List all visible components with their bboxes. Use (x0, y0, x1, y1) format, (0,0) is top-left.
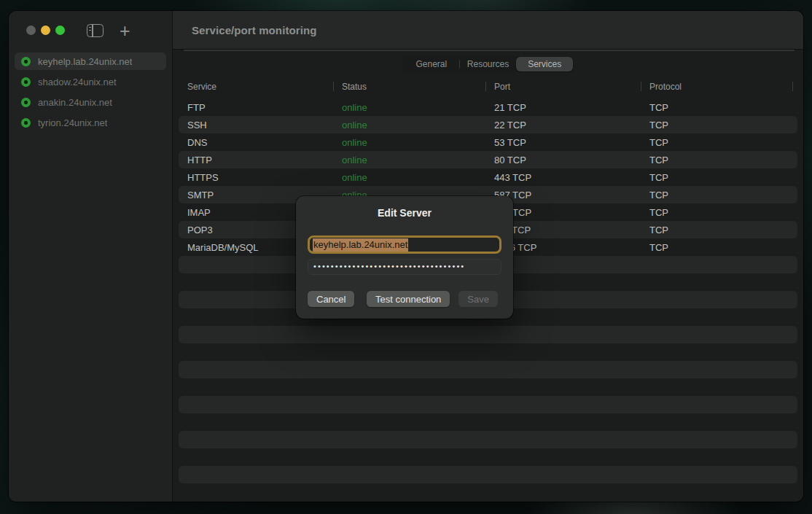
table-header: ServiceStatusPortProtocol (179, 74, 797, 98)
tab-services[interactable]: Services (516, 57, 573, 71)
cell-status: online (333, 120, 485, 131)
column-divider (792, 82, 793, 91)
server-label: anakin.24unix.net (38, 97, 112, 108)
empty-table-row[interactable] (179, 448, 797, 466)
cell-protocol: TCP (641, 225, 797, 235)
server-status-dot-icon (21, 118, 31, 128)
content-titlebar: Service/port monitoring (173, 11, 803, 50)
server-status-dot-icon (21, 98, 31, 107)
cell-protocol: TCP (641, 207, 797, 218)
cell-status: online (333, 137, 485, 148)
server-list: keyhelp.lab.24unix.netshadow.24unix.neta… (9, 50, 172, 134)
cell-service: DNS (179, 137, 333, 148)
empty-table-row[interactable] (179, 483, 797, 501)
sidebar-item-server[interactable]: shadow.24unix.net (15, 73, 166, 90)
empty-table-row[interactable] (179, 413, 797, 431)
cell-status: online (333, 172, 485, 183)
close-button[interactable] (26, 26, 36, 35)
dialog-buttons: Cancel Test connection Save (308, 291, 501, 307)
tab-segmented-control: GeneralResourcesServices (402, 56, 574, 72)
cell-port: 21 TCP (485, 102, 641, 113)
add-server-button[interactable]: + (120, 24, 130, 37)
table-row[interactable]: DNSonline53 TCPTCP (179, 133, 797, 151)
column-header[interactable]: Status (333, 82, 485, 92)
cell-protocol: TCP (641, 120, 797, 131)
cell-protocol: TCP (641, 172, 797, 183)
test-connection-button[interactable]: Test connection (367, 291, 450, 307)
hostname-selected-text: keyhelp.lab.24unix.net (313, 238, 408, 252)
empty-table-row[interactable] (179, 378, 797, 396)
table-row[interactable]: FTPonline21 TCPTCP (179, 98, 797, 116)
cell-status: online (333, 155, 485, 166)
tab-resources[interactable]: Resources (460, 57, 517, 71)
cell-status: online (333, 102, 485, 113)
empty-table-row[interactable] (179, 466, 797, 483)
cell-port: 443 TCP (485, 172, 641, 183)
app-window: + keyhelp.lab.24unix.netshadow.24unix.ne… (9, 11, 803, 502)
page-title: Service/port monitoring (192, 24, 317, 36)
hostname-input[interactable]: keyhelp.lab.24unix.net (308, 235, 501, 254)
column-divider (485, 82, 486, 91)
empty-table-row[interactable] (179, 361, 797, 378)
cell-port: 22 TCP (485, 120, 641, 131)
column-header[interactable]: Protocol (641, 82, 797, 92)
cell-service: FTP (179, 102, 333, 113)
save-button[interactable]: Save (458, 291, 498, 307)
server-label: shadow.24unix.net (38, 77, 117, 87)
password-masked-value: ••••••••••••••••••••••••••••••••••• (313, 262, 465, 270)
sidebar: + keyhelp.lab.24unix.netshadow.24unix.ne… (9, 11, 172, 502)
cell-protocol: TCP (641, 137, 797, 148)
server-status-dot-icon (21, 77, 31, 87)
sidebar-item-server[interactable]: tyrion.24unix.net (15, 114, 166, 131)
password-input[interactable]: ••••••••••••••••••••••••••••••••••• (308, 259, 501, 275)
server-status-dot-icon (21, 57, 31, 66)
minimize-button[interactable] (41, 26, 50, 35)
empty-table-row[interactable] (179, 343, 797, 361)
cell-service: SSH (179, 120, 333, 131)
column-header[interactable]: Service (179, 82, 333, 92)
column-divider (333, 82, 334, 91)
tabs-row: GeneralResourcesServices (179, 50, 797, 74)
empty-table-row[interactable] (179, 396, 797, 413)
cell-service: HTTP (179, 155, 333, 166)
zoom-button[interactable] (55, 26, 65, 35)
empty-table-row[interactable] (179, 326, 797, 343)
sidebar-toggle-icon[interactable] (87, 24, 104, 37)
server-label: keyhelp.lab.24unix.net (38, 56, 132, 67)
cell-protocol: TCP (641, 155, 797, 166)
table-row[interactable]: SSHonline22 TCPTCP (179, 116, 797, 133)
cell-port: 80 TCP (485, 155, 641, 166)
server-label: tyrion.24unix.net (38, 117, 107, 128)
cell-protocol: TCP (641, 242, 797, 253)
cancel-button[interactable]: Cancel (308, 291, 354, 307)
edit-server-dialog: Edit Server keyhelp.lab.24unix.net •••••… (296, 196, 513, 319)
cell-port: 53 TCP (485, 137, 641, 148)
tab-general[interactable]: General (403, 57, 460, 71)
table-row[interactable]: HTTPonline80 TCPTCP (179, 151, 797, 168)
dialog-title: Edit Server (308, 206, 501, 219)
sidebar-titlebar: + (9, 11, 172, 50)
column-header[interactable]: Port (485, 82, 641, 92)
sidebar-item-server[interactable]: keyhelp.lab.24unix.net (15, 52, 166, 70)
cell-service: HTTPS (179, 172, 333, 183)
cell-protocol: TCP (641, 190, 797, 200)
sidebar-item-server[interactable]: anakin.24unix.net (15, 93, 166, 111)
cell-protocol: TCP (641, 102, 797, 113)
column-divider (641, 82, 641, 91)
table-row[interactable]: HTTPSonline443 TCPTCP (179, 168, 797, 186)
empty-table-row[interactable] (179, 431, 797, 448)
